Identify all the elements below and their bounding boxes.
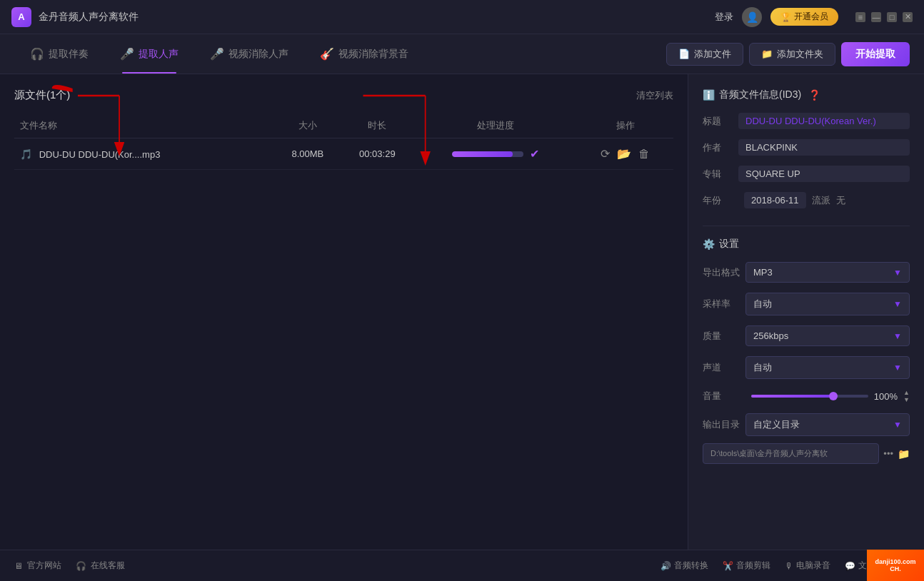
vip-icon: 🏆 <box>780 12 791 22</box>
refresh-icon[interactable]: ⟳ <box>601 147 610 161</box>
settings-section-title: ⚙️ 设置 <box>703 238 910 251</box>
settings-row-samplerate: 采样率 自动 ▼ <box>703 293 910 315</box>
add-file-icon: 📄 <box>678 49 690 59</box>
tool-audio-convert[interactable]: 🔊 音频转换 <box>661 560 708 572</box>
select-format[interactable]: MP3 ▼ <box>745 262 910 283</box>
file-progress-cell: ✔ <box>414 138 578 170</box>
settings-row-quality: 质量 256kbps ▼ <box>703 325 910 346</box>
col-name: 文件名称 <box>14 113 275 138</box>
monitor-icon: 🖥 <box>14 561 23 571</box>
info-icon: ℹ️ <box>703 89 715 101</box>
bottom-item-website[interactable]: 🖥 官方网站 <box>14 560 61 572</box>
guitar-icon: 🎸 <box>320 47 334 61</box>
settings-section: ⚙️ 设置 导出格式 MP3 ▼ 采样率 自动 ▼ 质量 2 <box>703 238 910 464</box>
output-dir-row: 输出目录 自定义目录 ▼ <box>703 413 910 436</box>
chevron-down-icon: ▼ <box>893 268 902 278</box>
record-label: 电脑录音 <box>796 560 830 572</box>
select-quality-value: 256kbps <box>753 330 788 341</box>
help-icon: ❓ <box>808 89 820 101</box>
headphone-small-icon: 🎧 <box>76 561 86 571</box>
tab-extract-vocal[interactable]: 🎤 提取人声 <box>104 34 194 74</box>
avatar: 👤 <box>742 7 762 27</box>
tab-label-accompaniment: 提取伴奏 <box>49 48 89 61</box>
left-panel: 源文件(1个) 清空列表 文件名称 大小 时长 处理进度 操作 🎵 DDU-DU… <box>0 74 688 550</box>
delete-icon[interactable]: 🗑 <box>638 148 650 161</box>
tool-audio-edit[interactable]: ✂️ 音频剪辑 <box>723 560 770 572</box>
file-duration-cell: 00:03:29 <box>341 138 414 170</box>
file-table: 文件名称 大小 时长 处理进度 操作 🎵 DDU-DU DDU-DU(Kor..… <box>14 113 673 170</box>
bottom-right-logo: danji100.com CH. <box>867 550 924 581</box>
value-year: 2018-06-11 <box>744 192 806 208</box>
path-row: D:\tools\桌面\金丹音频人声分离软 ••• 📁 <box>703 443 910 464</box>
folder-open-icon[interactable]: 📂 <box>617 147 631 161</box>
app-logo: A <box>11 7 31 27</box>
file-icon: 🎵 <box>20 148 32 160</box>
file-name: DDU-DU DDU-DU(Kor....mp3 <box>39 149 161 160</box>
volume-slider[interactable] <box>751 395 868 398</box>
clear-list-button[interactable]: 清空列表 <box>636 89 673 102</box>
menu-button[interactable]: ≡ <box>855 12 865 22</box>
chat-icon: 💬 <box>845 561 855 571</box>
vip-button[interactable]: 🏆 开通会员 <box>770 8 838 26</box>
table-header: 文件名称 大小 时长 处理进度 操作 <box>14 113 673 138</box>
tab-video-remove-bg[interactable]: 🎸 视频消除背景音 <box>304 34 424 74</box>
window-controls: ≡ — □ ✕ <box>855 12 913 22</box>
tab-label-video-vocal: 视频消除人声 <box>229 48 288 61</box>
speaker-icon: 🔊 <box>661 561 671 571</box>
maximize-button[interactable]: □ <box>887 12 897 22</box>
bottom-item-support[interactable]: 🎧 在线客服 <box>76 560 125 572</box>
label-year: 年份 <box>703 194 738 207</box>
login-button[interactable]: 登录 <box>715 11 733 24</box>
chevron-down-icon-2: ▼ <box>893 299 902 309</box>
select-samplerate-value: 自动 <box>753 298 772 310</box>
close-button[interactable]: ✕ <box>903 12 913 22</box>
more-button[interactable]: ••• <box>883 448 893 459</box>
scissors-icon: ✂️ <box>723 561 733 571</box>
tab-video-remove-vocal[interactable]: 🎤 视频消除人声 <box>194 34 304 74</box>
progress-fill <box>452 151 513 157</box>
add-file-label: 添加文件 <box>694 48 731 61</box>
info-section-title: ℹ️ 音频文件信息(ID3) ❓ <box>703 89 910 101</box>
value-title: DDU-DU DDU-DU(Korean Ver.) <box>738 113 910 129</box>
mic-small-icon: 🎙 <box>785 561 793 571</box>
tab-extract-accompaniment[interactable]: 🎧 提取伴奏 <box>14 34 104 74</box>
action-icons: ⟳ 📂 🗑 <box>580 147 671 161</box>
chevron-down-icon-4: ▼ <box>893 363 902 373</box>
volume-stepper[interactable]: ▲ ▼ <box>903 389 910 403</box>
vip-label: 开通会员 <box>794 11 828 23</box>
label-volume: 音量 <box>703 390 745 403</box>
add-folder-button[interactable]: 📁 添加文件夹 <box>749 43 835 66</box>
tab-label-vocal: 提取人声 <box>139 48 179 61</box>
label-author: 作者 <box>703 141 738 154</box>
value-genre: 无 <box>836 194 845 207</box>
label-title: 标题 <box>703 115 738 128</box>
panel-header: 源文件(1个) 清空列表 <box>14 89 673 102</box>
select-quality[interactable]: 256kbps ▼ <box>745 325 910 346</box>
start-button[interactable]: 开始提取 <box>841 42 910 66</box>
minimize-button[interactable]: — <box>871 12 881 22</box>
titlebar: A 金丹音频人声分离软件 登录 👤 🏆 开通会员 ≡ — □ ✕ <box>0 0 924 34</box>
select-channel[interactable]: 自动 ▼ <box>745 356 910 379</box>
tool-record[interactable]: 🎙 电脑录音 <box>785 560 830 572</box>
divider <box>703 226 910 226</box>
select-channel-value: 自动 <box>753 361 772 374</box>
info-title-text: 音频文件信息(ID3) <box>719 89 801 101</box>
table-row: 🎵 DDU-DU DDU-DU(Kor....mp3 8.00MB 00:03:… <box>14 138 673 170</box>
select-samplerate[interactable]: 自动 ▼ <box>745 293 910 315</box>
down-arrow-icon: ▼ <box>903 396 910 403</box>
folder-icon[interactable]: 📁 <box>898 448 910 460</box>
audio-convert-label: 音频转换 <box>674 560 708 572</box>
volume-value: 100% <box>874 391 898 402</box>
label-album: 专辑 <box>703 168 738 181</box>
select-output-dir[interactable]: 自定义目录 ▼ <box>745 413 910 436</box>
info-section: ℹ️ 音频文件信息(ID3) ❓ 标题 DDU-DU DDU-DU(Korean… <box>703 89 910 208</box>
progress-bar <box>452 151 523 157</box>
logo-line2: CH. <box>890 565 901 572</box>
label-samplerate: 采样率 <box>703 298 745 310</box>
settings-icon: ⚙️ <box>703 238 715 250</box>
file-actions-cell: ⟳ 📂 🗑 <box>577 138 673 170</box>
right-panel: ℹ️ 音频文件信息(ID3) ❓ 标题 DDU-DU DDU-DU(Korean… <box>688 74 924 550</box>
add-folder-label: 添加文件夹 <box>777 48 823 61</box>
volume-fill <box>751 395 833 398</box>
add-file-button[interactable]: 📄 添加文件 <box>666 43 743 66</box>
